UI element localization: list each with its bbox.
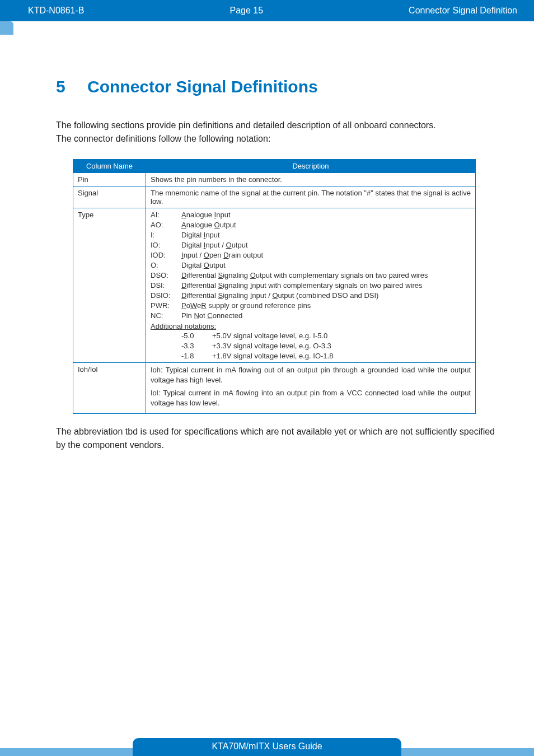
section-title-text: Connector Signal Definitions [87,77,318,96]
row-desc-type: AI:Analogue InputAO:Analogue OutputI:Dig… [146,208,476,363]
footer-accent-right [388,748,534,756]
notation-table: Column Name Description Pin Shows the pi… [73,159,476,414]
type-key: DSIO: [151,291,181,300]
voltage-suffix: -1.8 [181,352,212,360]
intro-line-2: The connector definitions follow the fol… [56,134,270,143]
type-items-grid: AI:Analogue InputAO:Analogue OutputI:Dig… [151,211,471,320]
type-value: Digital Input / Output [181,241,471,249]
voltage-desc: +3.3V signal voltage level, e.g. O-3.3 [212,342,471,350]
voltage-desc: +1.8V signal voltage level, e.g. IO-1.8 [212,352,471,360]
voltage-grid: -5.0+5.0V signal voltage level, e.g. I-5… [151,332,471,360]
type-value: Analogue Output [181,221,471,229]
table-row-signal: Signal The mnemonic name of the signal a… [73,186,476,208]
th-column-name: Column Name [73,160,146,173]
type-key: I: [151,231,181,239]
row-desc-pin: Shows the pin numbers in the connector. [146,173,476,186]
section-number: 5 [56,77,87,96]
row-name-pin: Pin [73,173,146,186]
type-value: Analogue Input [181,211,471,219]
type-key: O: [151,261,181,269]
iol-paragraph: Iol: Typical current in mA flowing into … [151,388,471,408]
footer-accent-left [0,748,146,756]
table-row-type: Type AI:Analogue InputAO:Analogue Output… [73,208,476,363]
row-desc-ioh: Ioh: Typical current in mA flowing out o… [146,363,476,414]
type-value: Differential Signaling Output with compl… [181,271,471,279]
footer-title: KTA70M/mITX Users Guide [133,738,401,756]
header-doc-id: KTD-N0861-B [28,6,84,16]
type-key: IOD: [151,251,181,259]
type-key: DSI: [151,281,181,290]
page-content: 5Connector Signal Definitions The follow… [0,21,534,452]
intro-line-1: The following sections provide pin defin… [56,120,436,130]
voltage-suffix: -5.0 [181,332,212,340]
row-name-type: Type [73,208,146,363]
type-key: DSO: [151,271,181,279]
type-key: NC: [151,311,181,320]
type-value: Digital Input [181,231,471,239]
type-value: Input / Open Drain output [181,251,471,259]
type-value: Differential Signaling Input with comple… [181,281,471,290]
intro-paragraph: The following sections provide pin defin… [56,119,495,146]
page-footer: KTA70M/mITX Users Guide [0,738,534,756]
row-name-ioh: Ioh/Iol [73,363,146,414]
type-value: Differential Signaling Input / Output (c… [181,291,471,300]
row-name-signal: Signal [73,186,146,208]
additional-notations-label: Additional notations: [151,322,216,330]
type-key: AO: [151,221,181,229]
voltage-spacer [151,332,181,340]
type-key: PWR: [151,301,181,310]
type-key: IO: [151,241,181,249]
voltage-spacer [151,352,181,360]
ioh-paragraph: Ioh: Typical current in mA flowing out o… [151,365,471,385]
type-value: PoWeR supply or ground reference pins [181,301,471,310]
abbreviation-note: The abbreviation tbd is used for specifi… [56,425,495,452]
table-row-pin: Pin Shows the pin numbers in the connect… [73,173,476,186]
type-value: Pin Not Connected [181,311,471,320]
page-header: KTD-N0861-B Page 15 Connector Signal Def… [0,0,534,21]
header-accent [0,21,13,35]
voltage-spacer [151,342,181,350]
type-value: Digital Output [181,261,471,269]
th-description: Description [146,160,476,173]
voltage-desc: +5.0V signal voltage level, e.g. I-5.0 [212,332,471,340]
section-heading: 5Connector Signal Definitions [56,77,495,96]
header-page-number: Page 15 [84,6,409,16]
table-row-ioh: Ioh/Iol Ioh: Typical current in mA flowi… [73,363,476,414]
row-desc-signal: The mnemonic name of the signal at the c… [146,186,476,208]
voltage-suffix: -3.3 [181,342,212,350]
header-section-name: Connector Signal Definition [409,6,517,16]
type-key: AI: [151,211,181,219]
